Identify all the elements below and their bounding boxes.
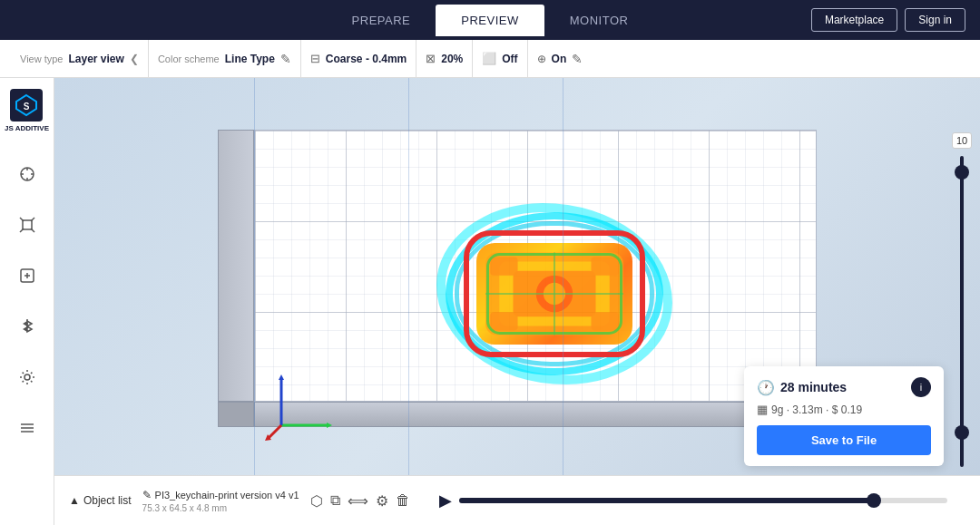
svg-point-20 [24, 374, 30, 380]
progress-fill [459, 498, 875, 503]
colorscheme-edit-icon[interactable]: ✎ [280, 52, 291, 66]
tool-layers[interactable] [10, 411, 44, 445]
toolbar-infill: ⊠ 20% [416, 40, 473, 77]
weight-icon: ▦ [757, 403, 768, 416]
svg-marker-38 [327, 423, 332, 428]
nav-tabs: PREPARE PREVIEW MONITOR [327, 5, 654, 36]
toolbar-support: ⬜ Off [473, 40, 527, 77]
svg-line-41 [268, 425, 281, 439]
object-info: ✎ PI3_keychain-print version v4 v1 75.3 … [142, 489, 299, 513]
delete-icon[interactable]: 🗑 [396, 492, 410, 510]
chevron-up-icon: ▲ [69, 494, 80, 507]
slider-handle-bottom[interactable] [955, 425, 969, 440]
info-time-row: 🕐 28 minutes i [757, 377, 931, 397]
playback-area: ▶ [421, 491, 965, 510]
object-name: PI3_keychain-print version v4 v1 [155, 490, 299, 501]
play-button[interactable]: ▶ [439, 491, 452, 510]
clock-icon: 🕐 [757, 379, 775, 396]
tab-preview[interactable]: PREVIEW [436, 5, 544, 36]
object-name-row: ✎ PI3_keychain-print version v4 v1 [142, 489, 299, 501]
colorscheme-label: Color scheme [158, 53, 220, 64]
settings-icon[interactable]: ⚙ [376, 492, 388, 510]
axes-indicator [263, 371, 336, 447]
toolbar-viewtype: View type Layer view ❮ [11, 40, 149, 77]
toolbar-quality: ⊟ Coarse - 0.4mm [301, 40, 416, 77]
adhesion-edit-icon[interactable]: ✎ [572, 52, 583, 66]
logo-box: S [10, 89, 43, 122]
tab-prepare[interactable]: PREPARE [327, 5, 436, 36]
slider-handle-top[interactable] [955, 165, 969, 180]
tool-move[interactable] [10, 258, 44, 293]
grid-top [254, 130, 817, 402]
object-dims: 75.3 x 64.5 x 4.8 mm [142, 503, 299, 513]
toolbar-colorscheme: Color scheme Line Type ✎ [149, 40, 301, 77]
weight-label: 9g · 3.13m · $ 0.19 [771, 403, 862, 416]
svg-line-10 [20, 228, 24, 232]
infill-icon: ⊠ [426, 52, 436, 65]
infill-value[interactable]: 20% [441, 53, 463, 65]
progress-handle[interactable] [867, 493, 881, 508]
axes-svg [263, 371, 336, 443]
cube-icon[interactable]: ⬡ [310, 492, 323, 510]
viewtype-value[interactable]: Layer view [69, 53, 124, 65]
svg-marker-40 [279, 374, 284, 380]
adhesion-value[interactable]: On [552, 53, 567, 65]
svg-line-11 [31, 228, 34, 232]
logo-text: JS ADDITIVE [5, 124, 49, 133]
slider-track[interactable] [960, 156, 964, 467]
layer-slider: 10 [951, 132, 973, 471]
object-list-label: Object list [83, 494, 132, 507]
support-value[interactable]: Off [502, 53, 517, 65]
info-time-left: 🕐 28 minutes [757, 379, 847, 396]
print-object [436, 203, 672, 384]
tool-mirror[interactable] [10, 309, 44, 344]
platform-side-left [218, 130, 254, 402]
top-navigation: PREPARE PREVIEW MONITOR Marketplace Sign… [0, 0, 980, 40]
main-content: S JS ADDITIVE [0, 78, 980, 525]
object-list-toggle[interactable]: ▲ Object list [69, 494, 132, 507]
pencil-icon: ✎ [142, 489, 152, 501]
adhesion-icon: ⊕ [537, 53, 546, 65]
marketplace-button[interactable]: Marketplace [811, 8, 897, 32]
svg-marker-17 [27, 321, 32, 326]
toolbar: View type Layer view ❮ Color scheme Line… [0, 40, 980, 78]
viewtype-label: View type [20, 53, 64, 64]
svg-text:S: S [24, 102, 30, 112]
logo-area: S JS ADDITIVE [5, 89, 49, 133]
progress-bar[interactable] [459, 498, 947, 503]
platform-side-bottom [254, 402, 817, 427]
viewtype-chevron-icon[interactable]: ❮ [130, 53, 139, 65]
platform-corner [218, 402, 254, 427]
mirror-icon[interactable]: ⟺ [348, 492, 368, 510]
tool-scale[interactable] [10, 208, 44, 242]
info-button[interactable]: i [911, 377, 931, 397]
nav-right-buttons: Marketplace Sign in [811, 8, 965, 32]
save-to-file-button[interactable]: Save to File [757, 425, 931, 455]
signin-button[interactable]: Sign in [905, 8, 965, 32]
left-sidebar: S JS ADDITIVE [0, 78, 54, 525]
svg-line-8 [20, 218, 24, 221]
quality-value[interactable]: Coarse - 0.4mm [326, 53, 407, 65]
support-icon: ⬜ [482, 52, 496, 65]
logo-icon: S [14, 92, 39, 118]
layer-number: 10 [952, 132, 972, 149]
green-lines [486, 253, 622, 335]
svg-line-9 [31, 218, 34, 221]
quality-icon: ⊟ [310, 52, 320, 65]
copy-icon[interactable]: ⧉ [330, 492, 340, 510]
bottom-panel: ▲ Object list ✎ PI3_keychain-print versi… [54, 475, 980, 525]
colorscheme-value[interactable]: Line Type [225, 53, 275, 65]
info-card: 🕐 28 minutes i ▦ 9g · 3.13m · $ 0.19 Sav… [744, 366, 944, 466]
info-weight: ▦ 9g · 3.13m · $ 0.19 [757, 403, 931, 416]
tab-monitor[interactable]: MONITOR [544, 5, 654, 36]
tool-settings[interactable] [10, 360, 44, 394]
toolbar-adhesion: ⊕ On ✎ [528, 40, 593, 77]
svg-rect-7 [23, 220, 32, 229]
viewport[interactable]: 10 🕐 28 minutes i ▦ 9g · 3.13m · $ 0.19 … [54, 78, 980, 525]
object-action-icons: ⬡ ⧉ ⟺ ⚙ 🗑 [310, 492, 410, 510]
svg-marker-19 [27, 326, 32, 332]
tool-rotate[interactable] [10, 157, 44, 191]
time-label: 28 minutes [780, 380, 847, 394]
